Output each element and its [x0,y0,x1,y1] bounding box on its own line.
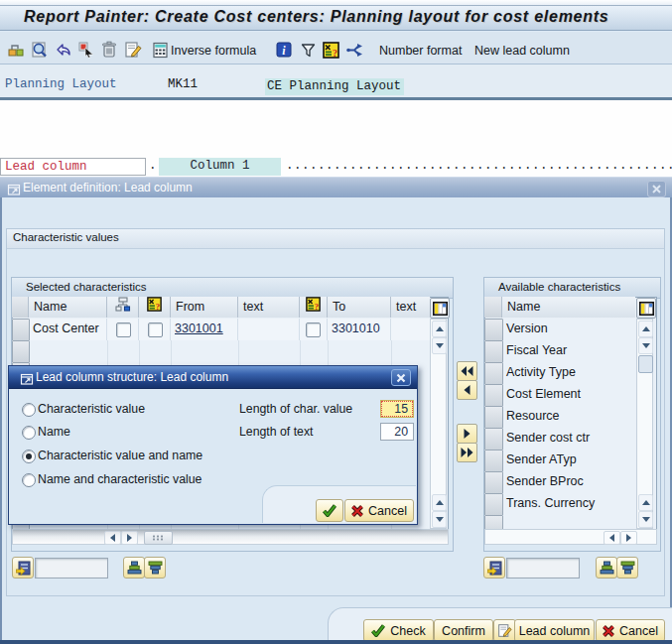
continue-button[interactable] [316,499,343,522]
info-icon[interactable]: i [274,40,294,60]
scroll-left-icon[interactable] [104,531,121,545]
inverse-formula-label[interactable]: Inverse formula [171,44,256,58]
radio-label-characteristic-value[interactable]: Characteristic value [38,402,145,416]
selected-header-set-values-2[interactable]: ? [300,297,328,318]
move-all-left-button[interactable] [457,361,477,381]
available-row[interactable]: Activity Type [484,362,635,385]
move-left-button[interactable] [457,380,477,400]
new-lead-column-button[interactable]: New lead column [474,44,570,58]
filter-icon[interactable] [298,40,318,60]
available-row-label[interactable]: Fiscal Year [502,340,635,362]
scroll-up-icon[interactable] [432,321,447,337]
hierarchy-icon[interactable] [5,40,25,60]
row-selector[interactable] [484,340,503,363]
delete-icon[interactable] [99,40,119,60]
row-selector[interactable] [484,515,503,529]
scroll-right-icon[interactable] [620,531,637,545]
junction-icon[interactable] [344,40,364,60]
scroll-down-icon[interactable] [638,337,653,354]
row-selector[interactable] [484,384,503,407]
radio-label-name[interactable]: Name [38,425,70,439]
move-all-right-button[interactable] [457,443,477,462]
confirm-button[interactable]: Confirm [434,619,493,642]
available-row-label[interactable]: Sender cost ctr [502,428,635,450]
scrollbar-thumb[interactable] [638,355,653,373]
edit-icon[interactable] [123,40,143,60]
position-button[interactable] [12,557,34,579]
radio-name-and-characteristic-value[interactable] [22,473,36,487]
undo-icon[interactable] [53,40,72,60]
selected-table-vscrollbar[interactable] [430,319,447,529]
scroll-up-icon[interactable] [432,494,447,511]
scroll-down-icon[interactable] [432,511,447,528]
position-input[interactable] [506,558,580,579]
available-empty-row[interactable] [484,515,635,529]
structure-dialog-close-icon[interactable] [391,369,411,386]
row-selector[interactable] [484,428,503,451]
cell-text2[interactable] [391,319,430,340]
available-row-label[interactable]: Activity Type [502,362,635,384]
length-text-input[interactable]: 20 [380,423,414,441]
cell-text1[interactable] [238,319,300,340]
row-selector[interactable] [484,362,503,385]
set-values-icon[interactable]: ? [321,40,340,60]
sort-ascending-button[interactable] [123,557,145,579]
lead-column-cell[interactable]: Lead column [0,158,146,176]
sort-descending-button[interactable] [616,557,638,579]
selected-header-to[interactable]: To [328,297,391,318]
available-row-label[interactable]: Resource [502,406,635,428]
scroll-down-icon[interactable] [432,337,447,354]
available-row-label[interactable]: Version [502,319,635,340]
inverse-formula-icon[interactable] [150,40,170,60]
radio-label-characteristic-value-and-name[interactable]: Characteristic value and name [38,449,202,462]
available-table-vscrollbar[interactable] [636,319,653,529]
edit-element-button[interactable] [493,619,516,642]
layout-code-value[interactable]: MK11 [168,77,198,91]
available-row[interactable]: Trans. Currency [484,493,635,516]
scroll-up-icon[interactable] [638,321,653,337]
cell-from[interactable]: 3301001 [171,319,238,340]
structure-cancel-button[interactable]: Cancel [344,499,414,522]
available-row[interactable]: Version [484,319,635,341]
available-row[interactable]: Resource [484,406,635,429]
explode-checkbox-1[interactable] [148,322,163,337]
available-row-label[interactable]: Cost Element [502,384,635,406]
available-row[interactable]: Cost Element [484,384,635,407]
scroll-up-icon[interactable] [638,494,653,511]
column1-cell[interactable]: Column 1 [159,158,281,176]
available-table-config-icon[interactable] [636,298,656,319]
row-selector[interactable] [484,319,503,341]
number-format-button[interactable]: Number format [379,44,462,58]
preview-icon[interactable] [29,40,49,60]
length-char-input[interactable]: 15 [380,400,414,418]
position-button[interactable] [483,557,505,579]
selected-table-empty-row[interactable] [12,340,430,363]
element-definition-titlebar[interactable]: Element definition: Lead column [0,177,672,197]
row-selector[interactable] [484,450,503,472]
row-selector[interactable] [12,319,30,341]
row-selector[interactable] [484,493,503,516]
scroll-down-icon[interactable] [638,511,653,528]
position-input[interactable] [35,558,108,579]
selected-table-hscrollbar[interactable] [12,529,449,545]
scroll-left-icon[interactable] [604,531,620,545]
selected-header-set-values-1[interactable]: ? [139,297,171,318]
sort-descending-button[interactable] [144,557,166,579]
selected-table-config-icon[interactable] [430,298,450,319]
available-row-label[interactable]: Sender ATyp [502,450,635,471]
cancel-button[interactable]: Cancel [596,619,665,642]
available-table-hscrollbar[interactable] [484,529,657,545]
radio-label-name-and-characteristic-value[interactable]: Name and characteristic value [38,472,202,486]
lead-column-button[interactable]: Lead column [514,619,595,642]
structure-dialog-titlebar[interactable]: Lead column structure: Lead column [9,366,417,389]
sort-ascending-button[interactable] [596,557,617,579]
row-selector[interactable] [12,340,30,363]
available-row-label[interactable]: Trans. Currency [502,493,635,515]
scrollbar-grip[interactable] [144,531,173,545]
row-selector[interactable] [484,471,503,494]
radio-name[interactable] [22,426,36,440]
available-row[interactable]: Fiscal Year [484,340,635,363]
selected-header-name[interactable]: Name [29,297,107,318]
layout-name-field[interactable]: CE Planning Layout [265,78,404,95]
available-header-selector[interactable] [484,297,502,318]
